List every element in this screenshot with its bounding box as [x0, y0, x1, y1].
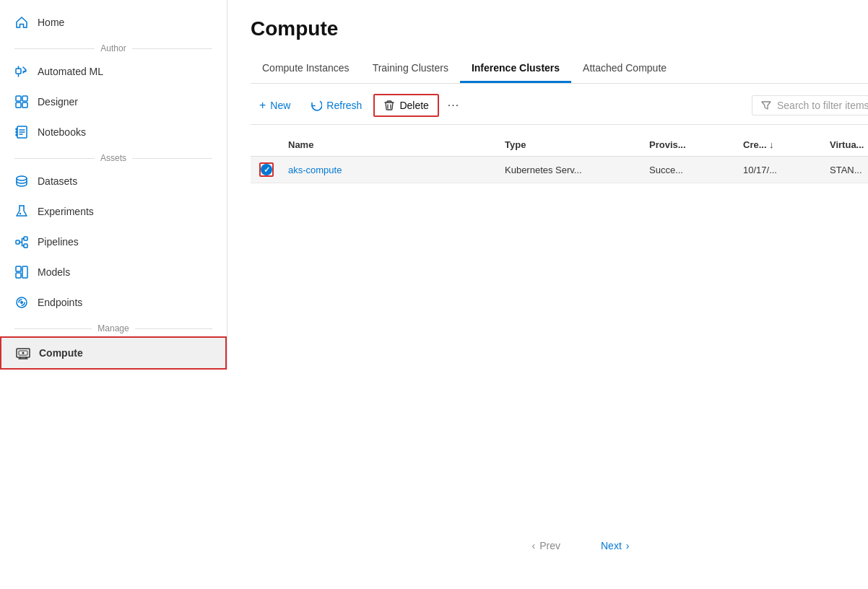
row-virtual: STAN...	[824, 165, 868, 175]
sidebar-item-home[interactable]: Home	[0, 7, 227, 38]
header-name: Name	[282, 139, 499, 150]
svg-point-6	[17, 176, 27, 180]
tab-compute-instances[interactable]: Compute Instances	[251, 55, 361, 83]
row-type: Kubernetes Serv...	[499, 165, 643, 175]
header-created: Cre... ↓	[737, 139, 824, 150]
refresh-icon	[311, 100, 322, 111]
endpoints-label: Endpoints	[38, 297, 82, 308]
designer-label: Designer	[38, 96, 78, 108]
row-created: 10/17/...	[737, 165, 824, 175]
sidebar-home-label: Home	[38, 17, 64, 28]
models-icon	[14, 265, 29, 279]
svg-point-18	[22, 352, 25, 354]
notebooks-label: Notebooks	[38, 126, 86, 138]
checkmark-icon	[261, 164, 272, 175]
sidebar-item-compute[interactable]: Compute	[0, 336, 227, 370]
manage-divider: Manage	[0, 318, 227, 336]
filter-icon	[761, 100, 771, 110]
main-content: Compute Compute Instances Training Clust…	[227, 0, 868, 589]
page-title: Compute	[251, 17, 868, 40]
next-button[interactable]: Next ›	[586, 534, 643, 557]
designer-icon	[14, 95, 29, 109]
sidebar: Home Author Automated ML	[0, 0, 227, 589]
sidebar-item-endpoints[interactable]: Endpoints	[0, 287, 227, 318]
row-checkbox[interactable]	[251, 162, 282, 177]
table-header: Name Type Provis... Cre... ↓ Virtua...	[251, 134, 868, 157]
toolbar: + New Refresh Delete ···	[251, 84, 868, 125]
row-name[interactable]: aks-compute	[282, 165, 499, 175]
sidebar-item-automated-ml[interactable]: Automated ML	[0, 56, 227, 87]
delete-icon	[383, 100, 395, 111]
row-provisioning: Succe...	[643, 165, 737, 175]
experiments-label: Experiments	[38, 206, 94, 217]
datasets-icon	[14, 174, 29, 188]
sidebar-item-notebooks[interactable]: Notebooks	[0, 117, 227, 147]
automated-ml-label: Automated ML	[38, 66, 103, 77]
sidebar-item-datasets[interactable]: Datasets	[0, 166, 227, 196]
pagination: ‹ Prev Next ›	[251, 520, 868, 572]
chevron-right-icon: ›	[626, 540, 630, 551]
svg-rect-0	[16, 69, 21, 74]
svg-rect-2	[22, 96, 27, 101]
tab-training-clusters[interactable]: Training Clusters	[361, 55, 460, 83]
tab-inference-clusters[interactable]: Inference Clusters	[460, 55, 571, 83]
svg-rect-3	[16, 102, 21, 108]
sidebar-item-models[interactable]: Models	[0, 257, 227, 287]
assets-divider: Assets	[0, 147, 227, 166]
new-button[interactable]: + New	[251, 95, 299, 116]
sidebar-item-experiments[interactable]: Experiments	[0, 196, 227, 227]
svg-rect-4	[22, 102, 27, 108]
search-box[interactable]: Search to filter items...	[752, 95, 868, 115]
models-label: Models	[38, 266, 70, 278]
search-placeholder: Search to filter items...	[777, 100, 868, 111]
pipelines-label: Pipelines	[38, 236, 79, 248]
svg-point-15	[20, 301, 23, 304]
checked-checkbox[interactable]	[259, 162, 274, 177]
plus-icon: +	[259, 99, 266, 112]
header-virtual: Virtua...	[824, 139, 868, 150]
header-checkbox	[251, 139, 282, 150]
delete-button[interactable]: Delete	[373, 94, 438, 117]
header-provisioning: Provis...	[643, 139, 737, 150]
svg-point-7	[19, 213, 21, 214]
svg-rect-13	[22, 266, 27, 278]
svg-rect-1	[16, 96, 21, 101]
table-row: aks-compute Kubernetes Serv... Succe... …	[251, 157, 868, 183]
author-divider: Author	[0, 38, 227, 56]
tab-attached-compute[interactable]: Attached Compute	[571, 55, 678, 83]
more-dots-icon: ···	[448, 99, 459, 112]
compute-sidebar-label: Compute	[39, 347, 83, 359]
tabs-bar: Compute Instances Training Clusters Infe…	[251, 55, 868, 84]
prev-button[interactable]: ‹ Prev	[518, 534, 575, 557]
header-type: Type	[499, 139, 643, 150]
pipelines-icon	[14, 235, 29, 249]
sidebar-item-designer[interactable]: Designer	[0, 87, 227, 117]
refresh-button[interactable]: Refresh	[302, 95, 370, 115]
notebooks-icon	[14, 125, 29, 139]
endpoints-icon	[14, 295, 29, 310]
sidebar-item-pipelines[interactable]: Pipelines	[0, 227, 227, 257]
home-icon	[14, 15, 29, 30]
table-area: Name Type Provis... Cre... ↓ Virtua... a	[251, 134, 868, 520]
chevron-left-icon: ‹	[532, 540, 536, 551]
compute-icon	[16, 346, 30, 360]
experiments-icon	[14, 204, 29, 219]
svg-rect-12	[16, 273, 21, 278]
svg-rect-11	[16, 266, 21, 271]
datasets-label: Datasets	[38, 175, 77, 187]
more-button[interactable]: ···	[442, 95, 465, 116]
automated-ml-icon	[14, 64, 29, 79]
